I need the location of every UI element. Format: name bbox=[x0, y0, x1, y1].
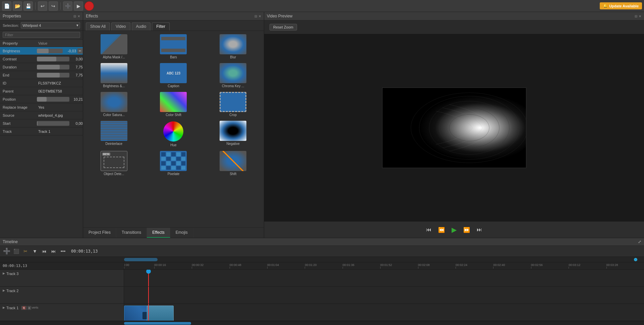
effect-item-pixelate[interactable]: Pixelate bbox=[144, 149, 203, 177]
track-1-clip-2[interactable] bbox=[147, 306, 174, 321]
record-button[interactable] bbox=[84, 1, 94, 11]
effect-item-object-detect[interactable]: BETA Object Dete... bbox=[84, 149, 143, 177]
new-button[interactable]: 📄 bbox=[2, 1, 11, 11]
start-slider[interactable] bbox=[37, 121, 69, 126]
prop-row-contrast[interactable]: Contrast 3,00 bbox=[0, 55, 83, 63]
cut-button[interactable]: ✂ bbox=[21, 247, 30, 255]
prop-row-duration[interactable]: Duration 7,75 bbox=[0, 63, 83, 71]
parent-value: 0EDTMBET58 bbox=[37, 89, 62, 93]
prop-name-parent: Parent bbox=[0, 89, 37, 93]
effect-item-negative[interactable]: Negative bbox=[203, 119, 262, 148]
end-slider[interactable] bbox=[37, 73, 69, 77]
track-1-mute-button[interactable]: 🔇 bbox=[21, 306, 27, 310]
preview-header-icons: ⊟ ✕ bbox=[635, 14, 641, 18]
playhead-track2 bbox=[148, 287, 149, 304]
track-1-lock-button[interactable]: c bbox=[27, 306, 31, 310]
effect-item-alpha-mask[interactable]: Alpha Mask /... bbox=[84, 32, 143, 60]
effect-item-bars[interactable]: Bars bbox=[144, 32, 203, 60]
selection-value: Whirlpool 4 bbox=[22, 23, 41, 28]
contrast-slider[interactable] bbox=[37, 57, 69, 61]
playhead[interactable] bbox=[148, 270, 149, 286]
effect-item-blur[interactable]: Blur bbox=[203, 32, 262, 60]
playhead-marker[interactable] bbox=[146, 270, 151, 274]
prop-value-position: 10,21 bbox=[37, 97, 83, 102]
effect-item-color-saturation[interactable]: Color Satura... bbox=[84, 90, 143, 118]
skip-to-end-button[interactable]: ⏭ bbox=[475, 225, 484, 234]
effect-item-deinterlace[interactable]: Deinterlace bbox=[84, 119, 143, 148]
properties-header: Properties ⊟ ✕ bbox=[0, 12, 83, 20]
effect-label-negative: Negative bbox=[226, 142, 239, 146]
remove-track-button[interactable]: ⬛ bbox=[12, 247, 20, 255]
prop-name-source: Source bbox=[0, 113, 37, 117]
prop-name-duration: Duration bbox=[0, 65, 37, 69]
duration-slider[interactable] bbox=[37, 65, 69, 69]
prop-row-brightness[interactable]: Brightness -0,03 ✏ bbox=[0, 47, 83, 55]
toolbar: 📄 📂 💾 ↩ ↪ ➕ ▶ 🔔 Update Available bbox=[0, 0, 644, 12]
track-3-name: Track 3 bbox=[6, 272, 18, 276]
effect-thumb-alpha-mask bbox=[101, 34, 127, 54]
more-button[interactable]: ••• bbox=[59, 247, 67, 255]
prop-row-position[interactable]: Position 10,21 bbox=[0, 95, 83, 103]
add-button[interactable]: ➕ bbox=[63, 1, 72, 11]
timeline-scrollbar[interactable] bbox=[0, 321, 644, 325]
timeline-expand-icon: ⤢ bbox=[638, 239, 641, 244]
add-track-button[interactable]: ➕ bbox=[3, 247, 11, 255]
rewind-button[interactable]: ⏪ bbox=[436, 225, 447, 234]
effect-item-crop[interactable]: Crop bbox=[203, 90, 262, 118]
effect-item-brightness[interactable]: Brightness &... bbox=[84, 61, 143, 89]
effect-thumb-caption: ABC 123 bbox=[160, 63, 187, 83]
play-button[interactable]: ▶ bbox=[74, 1, 83, 11]
start-value: 0,00 bbox=[71, 121, 83, 125]
tab-transitions[interactable]: Transitions bbox=[116, 228, 147, 238]
effect-item-shift[interactable]: Shift bbox=[203, 149, 262, 177]
open-button[interactable]: 📂 bbox=[13, 1, 22, 11]
brightness-edit-button[interactable]: ✏ bbox=[77, 48, 83, 54]
position-slider[interactable] bbox=[37, 97, 69, 102]
track-1-chevron[interactable]: ▶ bbox=[3, 306, 5, 309]
play-pause-button[interactable]: ▶ bbox=[450, 224, 459, 235]
track-1-content[interactable] bbox=[124, 304, 644, 321]
prop-row-start[interactable]: Start 0,00 bbox=[0, 119, 83, 127]
go-start-button[interactable]: ⏮ bbox=[40, 247, 48, 255]
track-label-1: ▶ Track 1 🔇 c verts bbox=[0, 304, 124, 321]
selection-dropdown[interactable]: Whirlpool 4 ▾ bbox=[21, 22, 80, 29]
effect-thumb-object-detect: BETA bbox=[101, 151, 127, 171]
update-available-badge[interactable]: 🔔 Update Available bbox=[600, 2, 642, 9]
undo-button[interactable]: ↩ bbox=[38, 1, 47, 11]
timeline-panel: Timeline ⤢ ➕ ⬛ ✂ ▼ ⏮ ⏭ ••• 00:00:13,13 0… bbox=[0, 238, 644, 325]
track-label-2: ▶ Track 2 bbox=[0, 287, 124, 304]
track-3-chevron[interactable]: ▶ bbox=[3, 272, 5, 275]
tab-filter[interactable]: Filter bbox=[152, 22, 170, 31]
tab-show-all[interactable]: Show All bbox=[86, 22, 110, 31]
properties-filter-input[interactable] bbox=[3, 32, 80, 38]
tab-audio[interactable]: Audio bbox=[132, 22, 151, 31]
prop-row-end[interactable]: End 7,75 bbox=[0, 71, 83, 79]
effect-item-caption[interactable]: ABC 123 Caption bbox=[144, 61, 203, 89]
toolbar-separator-2 bbox=[60, 2, 61, 10]
prop-row-id: ID FLS97Y8KCZ bbox=[0, 79, 83, 87]
save-button[interactable]: 💾 bbox=[23, 1, 33, 11]
effect-item-color-shift[interactable]: Color Shift bbox=[144, 90, 203, 118]
reset-zoom-button[interactable]: Reset Zoom bbox=[270, 24, 297, 31]
fast-forward-button[interactable]: ⏩ bbox=[461, 225, 472, 234]
track-3-content[interactable] bbox=[124, 270, 644, 286]
timeline-scrollbar-thumb[interactable] bbox=[124, 322, 191, 325]
brightness-value: -0,03 bbox=[64, 49, 76, 53]
track-2-content[interactable] bbox=[124, 287, 644, 304]
brightness-slider[interactable] bbox=[37, 49, 63, 53]
track-2-chevron[interactable]: ▶ bbox=[3, 289, 5, 292]
tab-project-files[interactable]: Project Files bbox=[83, 228, 116, 238]
timeline-scroll-area[interactable] bbox=[0, 257, 644, 262]
skip-to-start-button[interactable]: ⏮ bbox=[424, 225, 433, 234]
tab-emojis[interactable]: Emojis bbox=[170, 228, 193, 238]
effect-thumb-crop bbox=[220, 92, 246, 112]
effect-item-chroma-key[interactable]: Chroma Key ... bbox=[203, 61, 262, 89]
tab-effects[interactable]: Effects bbox=[147, 228, 170, 238]
redo-button[interactable]: ↪ bbox=[49, 1, 58, 11]
effect-item-hue[interactable]: Hue bbox=[144, 119, 203, 148]
effects-grid: Alpha Mask /... Bars B bbox=[83, 31, 264, 227]
go-end-button[interactable]: ⏭ bbox=[50, 247, 58, 255]
filter-button[interactable]: ▼ bbox=[31, 247, 39, 255]
tab-video[interactable]: Video bbox=[111, 22, 130, 31]
prop-name-brightness: Brightness bbox=[0, 49, 37, 53]
